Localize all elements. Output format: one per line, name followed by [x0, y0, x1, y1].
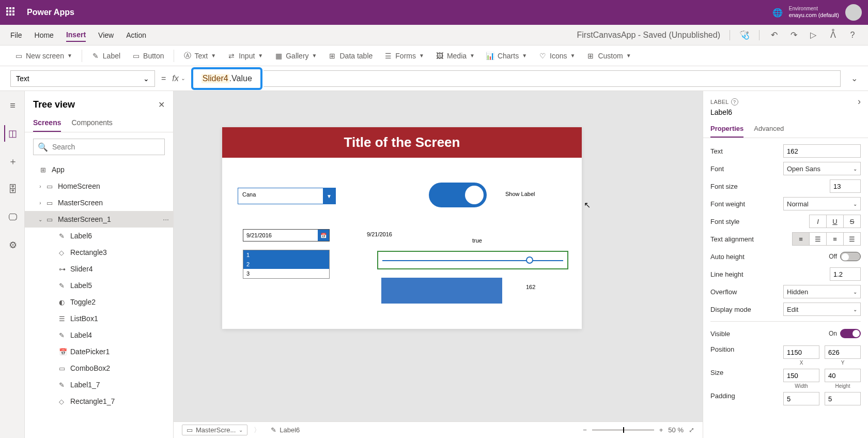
- help-icon[interactable]: ?: [847, 30, 858, 40]
- property-selector[interactable]: Text⌄: [10, 70, 155, 87]
- toggle-control[interactable]: [429, 183, 487, 207]
- prop-y-input[interactable]: [825, 345, 861, 359]
- zoom-out-button[interactable]: −: [583, 426, 587, 434]
- tree-row[interactable]: ⌄▭MasterScreen_1···: [25, 211, 173, 228]
- tree-row[interactable]: ✎Label6: [25, 228, 173, 244]
- zoom-in-button[interactable]: +: [659, 426, 663, 434]
- prop-pad-top-input[interactable]: [783, 392, 819, 405]
- tab-advanced[interactable]: Advanced: [754, 120, 784, 138]
- redo-icon[interactable]: ↷: [788, 30, 799, 40]
- insert-media-menu[interactable]: 🖼Media▼: [431, 50, 479, 62]
- prop-font-select[interactable]: Open Sans⌄: [783, 162, 861, 175]
- tree-row[interactable]: ◇Rectangle1_7: [25, 393, 173, 410]
- rectangle-control[interactable]: [381, 278, 502, 304]
- prop-fontweight-select[interactable]: Normal⌄: [783, 197, 861, 210]
- italic-button[interactable]: I: [809, 215, 827, 228]
- environment-picker[interactable]: Environment enayu.com (default): [789, 6, 839, 19]
- tree-row[interactable]: ◐Toggle2: [25, 294, 173, 310]
- calendar-icon[interactable]: 📅: [318, 230, 329, 241]
- chevron-right-icon[interactable]: ›: [858, 96, 861, 107]
- insert-label-button[interactable]: ✎Label: [87, 50, 125, 62]
- insert-custom-menu[interactable]: ⊞Custom▼: [582, 50, 635, 62]
- rail-data[interactable]: 🗄: [4, 181, 21, 198]
- slider-thumb[interactable]: [526, 256, 533, 264]
- breadcrumb-screen[interactable]: ▭MasterScre...⌄: [182, 425, 247, 435]
- insert-input-menu[interactable]: ⇄Input▼: [223, 50, 267, 62]
- formula-expand-icon[interactable]: ⌄: [851, 73, 858, 83]
- prop-fontsize-input[interactable]: [830, 179, 861, 193]
- tree-row[interactable]: ⊶Slider4: [25, 261, 173, 277]
- menu-action[interactable]: Action: [126, 29, 146, 41]
- list-item[interactable]: 1: [243, 250, 329, 260]
- share-icon[interactable]: ᐰ: [828, 30, 838, 40]
- chevron-down-icon[interactable]: ▼: [323, 188, 335, 204]
- close-icon[interactable]: ✕: [158, 100, 165, 110]
- waffle-icon[interactable]: [6, 7, 17, 18]
- prop-width-input[interactable]: [783, 369, 819, 382]
- app-checker-icon[interactable]: 🩺: [739, 30, 750, 40]
- align-right-button[interactable]: ≡: [826, 232, 844, 246]
- insert-button-button[interactable]: ▭Button: [128, 50, 168, 62]
- undo-icon[interactable]: ↶: [769, 30, 779, 40]
- tab-screens[interactable]: Screens: [33, 114, 61, 132]
- tree-row[interactable]: 📅DatePicker1: [25, 343, 173, 360]
- tab-properties[interactable]: Properties: [710, 120, 743, 138]
- slider-control[interactable]: [377, 251, 568, 269]
- tree-row[interactable]: ›▭MasterScreen: [25, 194, 173, 211]
- menu-home[interactable]: Home: [35, 29, 54, 41]
- tree-row[interactable]: ▭ComboBox2: [25, 360, 173, 376]
- prop-visible-toggle[interactable]: [840, 329, 861, 338]
- menu-view[interactable]: View: [98, 29, 114, 41]
- tree-row[interactable]: ✎Label4: [25, 327, 173, 343]
- tree-row[interactable]: ◇Rectangle3: [25, 244, 173, 261]
- prop-autoheight-toggle[interactable]: [840, 252, 861, 261]
- insert-icons-menu[interactable]: ♡Icons▼: [534, 50, 579, 62]
- prop-lineheight-input[interactable]: [830, 267, 861, 281]
- tree-row[interactable]: ✎Label1_7: [25, 376, 173, 393]
- prop-text-input[interactable]: [783, 144, 861, 158]
- listbox-control[interactable]: 1 2 3: [243, 250, 330, 279]
- underline-button[interactable]: U: [826, 215, 844, 228]
- insert-charts-menu[interactable]: 📊Charts▼: [482, 50, 531, 62]
- play-icon[interactable]: ▷: [808, 30, 818, 40]
- prop-pad-right-input[interactable]: [825, 392, 861, 405]
- tree-row[interactable]: ›▭HomeScreen: [25, 178, 173, 194]
- prop-overflow-select[interactable]: Hidden⌄: [783, 285, 861, 298]
- list-item[interactable]: 3: [243, 269, 329, 278]
- insert-datatable-button[interactable]: ⊞Data table: [324, 50, 377, 62]
- tree-row[interactable]: ☰ListBox1: [25, 310, 173, 327]
- rail-hamburger[interactable]: ≡: [4, 97, 21, 114]
- align-left-button[interactable]: ≡: [792, 232, 810, 246]
- rail-tools[interactable]: ⚙: [4, 237, 21, 253]
- insert-text-menu[interactable]: ⒶText▼: [179, 50, 221, 62]
- insert-forms-menu[interactable]: ☰Forms▼: [380, 50, 428, 62]
- formula-input[interactable]: [264, 70, 841, 87]
- breadcrumb-control[interactable]: ✎Label6: [267, 425, 304, 435]
- prop-x-input[interactable]: [783, 345, 819, 359]
- insert-gallery-menu[interactable]: ▦Gallery▼: [270, 50, 321, 62]
- prop-height-input[interactable]: [825, 369, 861, 382]
- rail-tree-view[interactable]: ◫: [4, 125, 21, 142]
- combobox-control[interactable]: Cana ▼: [238, 188, 336, 204]
- new-screen-button[interactable]: ▭New screen▼: [10, 50, 76, 62]
- rail-media[interactable]: 🖵: [4, 209, 21, 225]
- prop-displaymode-select[interactable]: Edit⌄: [783, 303, 861, 316]
- strike-button[interactable]: S: [843, 215, 861, 228]
- tree-row[interactable]: ⊞App: [25, 161, 173, 178]
- tab-components[interactable]: Components: [71, 114, 112, 132]
- align-center-button[interactable]: ☰: [809, 232, 827, 246]
- tree-row[interactable]: ✎Label5: [25, 277, 173, 294]
- fx-button[interactable]: fx⌄: [172, 74, 184, 83]
- align-justify-button[interactable]: ☰: [843, 232, 861, 246]
- rail-insert[interactable]: ＋: [4, 153, 21, 170]
- datepicker-control[interactable]: 9/21/2016 📅: [243, 229, 330, 241]
- menu-file[interactable]: File: [10, 29, 22, 41]
- avatar[interactable]: [845, 4, 862, 21]
- fit-icon[interactable]: ⤢: [689, 426, 694, 434]
- tree-search[interactable]: 🔍: [33, 139, 165, 155]
- menu-insert[interactable]: Insert: [66, 28, 86, 42]
- help-icon[interactable]: ?: [731, 98, 738, 105]
- list-item[interactable]: 2: [243, 260, 329, 269]
- zoom-slider[interactable]: [592, 429, 654, 431]
- search-input[interactable]: [52, 143, 160, 151]
